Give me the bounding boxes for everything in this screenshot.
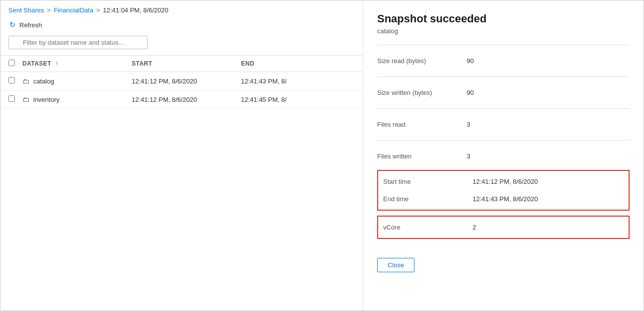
metric-end-time-label: End time (383, 195, 473, 203)
metric-files-written-label: Files written (377, 153, 467, 160)
table-row[interactable]: 🗀 inventory 12:41:12 PM, 8/6/2020 12:41:… (0, 90, 363, 109)
table-header: DATASET ↑ START END (0, 55, 363, 72)
row-checkbox-1 (8, 77, 22, 85)
breadcrumb-current: 12:41:04 PM, 8/6/2020 (103, 6, 168, 14)
metric-files-read-value: 3 (467, 121, 630, 128)
folder-icon-2: 🗀 (22, 95, 29, 103)
right-panel: Snapshot succeeded catalog Size read (by… (363, 0, 644, 311)
breadcrumb-sent-shares[interactable]: Sent Shares (8, 6, 44, 14)
close-button[interactable]: Close (377, 258, 414, 272)
breadcrumb: Sent Shares > FinancialData > 12:41:04 P… (0, 6, 363, 18)
th-checkbox (8, 60, 22, 68)
metric-files-written-value: 3 (467, 153, 630, 160)
breadcrumb-sep-1: > (47, 6, 51, 14)
metric-files-read-label: Files read (377, 121, 467, 128)
divider-4 (377, 140, 630, 141)
refresh-label: Refresh (19, 21, 42, 29)
row-2-end: 12:41:45 PM, 8/ (241, 96, 355, 103)
row-1-end: 12:41:43 PM, 8/ (241, 78, 355, 85)
divider-3 (377, 108, 630, 109)
metric-size-written-label: Size written (bytes) (377, 89, 467, 96)
highlighted-times-section: Start time 12:41:12 PM, 8/6/2020 End tim… (377, 170, 630, 211)
th-dataset[interactable]: DATASET ↑ (22, 60, 132, 67)
row-1-start: 12:41:12 PM, 8/6/2020 (132, 78, 241, 85)
row-2-checkbox[interactable] (8, 95, 15, 102)
row-2-dataset-name: inventory (33, 96, 60, 103)
divider-2 (377, 77, 630, 77)
sort-arrow-icon: ↑ (55, 60, 59, 67)
metric-start-time-label: Start time (383, 178, 473, 185)
metric-start-time-value: 12:41:12 PM, 8/6/2020 (473, 178, 624, 185)
folder-icon-1: 🗀 (22, 77, 29, 85)
metric-end-time: End time 12:41:43 PM, 8/6/2020 (383, 190, 624, 208)
left-panel: Sent Shares > FinancialData > 12:41:04 P… (0, 0, 363, 311)
filter-wrap: 🔍 (8, 36, 148, 49)
row-checkbox-2 (8, 95, 22, 103)
row-2-dataset: 🗀 inventory (22, 95, 132, 103)
divider-1 (377, 45, 630, 45)
table-row[interactable]: 🗀 catalog 12:41:12 PM, 8/6/2020 12:41:43… (0, 72, 363, 90)
metric-size-read-label: Size read (bytes) (377, 57, 467, 65)
row-1-dataset-name: catalog (33, 78, 54, 85)
panel-subtitle: catalog (377, 27, 630, 35)
row-1-checkbox[interactable] (8, 77, 15, 83)
panel-title: Snapshot succeeded (377, 12, 630, 25)
metric-size-written-value: 90 (467, 89, 630, 96)
row-1-dataset: 🗀 catalog (22, 77, 132, 85)
metric-vcore-label: vCore (383, 224, 473, 231)
select-all-checkbox[interactable] (8, 60, 15, 66)
th-start[interactable]: START (132, 60, 241, 67)
breadcrumb-financial-data[interactable]: FinancialData (54, 6, 93, 14)
metric-start-time: Start time 12:41:12 PM, 8/6/2020 (383, 173, 624, 190)
metric-size-written: Size written (bytes) 90 (377, 84, 630, 101)
filter-input[interactable] (8, 36, 148, 49)
highlighted-vcore-section: vCore 2 (377, 216, 630, 239)
metric-vcore-value: 2 (473, 224, 624, 231)
metric-files-read: Files read 3 (377, 116, 630, 133)
metric-size-read: Size read (bytes) 90 (377, 52, 630, 70)
metric-files-written: Files written 3 (377, 148, 630, 165)
th-end[interactable]: END (241, 60, 355, 67)
filter-bar: 🔍 (0, 36, 363, 49)
row-2-start: 12:41:12 PM, 8/6/2020 (132, 96, 241, 103)
metric-vcore: vCore 2 (383, 219, 624, 236)
refresh-icon: ↻ (8, 21, 16, 29)
metric-end-time-value: 12:41:43 PM, 8/6/2020 (473, 195, 624, 203)
metric-size-read-value: 90 (467, 57, 630, 65)
breadcrumb-sep-2: > (96, 6, 100, 14)
refresh-button[interactable]: ↻ Refresh (0, 18, 363, 32)
